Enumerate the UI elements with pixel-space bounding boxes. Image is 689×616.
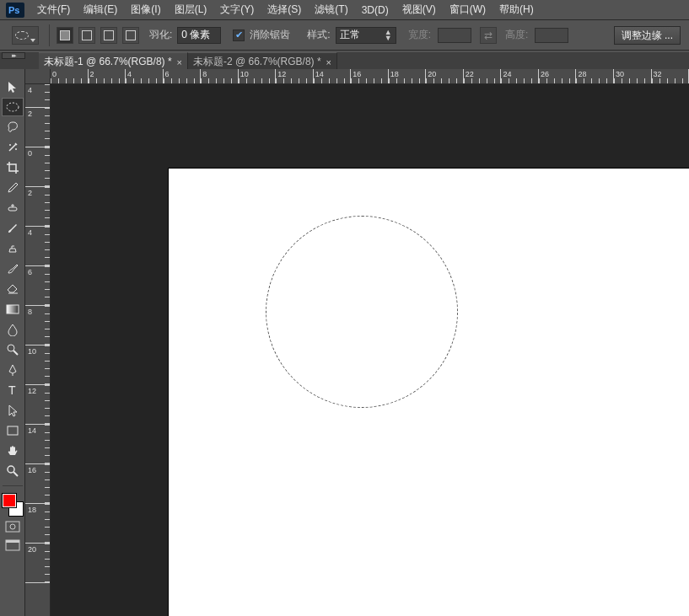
svg-point-4 <box>15 148 17 150</box>
vertical-ruler[interactable]: 4 2 0 2 4 6 8 10 12 14 16 18 20 <box>25 84 51 616</box>
svg-rect-14 <box>6 540 19 543</box>
menu-bar: Ps 文件(F) 编辑(E) 图像(I) 图层(L) 文字(Y) 选择(S) 滤… <box>0 0 689 20</box>
style-value: 正常 <box>340 28 360 42</box>
swap-icon: ⇄ <box>484 29 493 41</box>
svg-rect-11 <box>6 522 19 532</box>
menu-filter[interactable]: 滤镜(T) <box>308 0 354 19</box>
ellipse-marquee-icon <box>15 31 29 40</box>
tool-preset-picker[interactable] <box>12 26 39 45</box>
pen-tool[interactable] <box>2 361 24 379</box>
selection-intersect-button[interactable] <box>122 27 139 44</box>
selection-add-button[interactable] <box>78 27 95 44</box>
feather-label: 羽化: <box>149 28 172 42</box>
selection-new-button[interactable] <box>57 27 73 44</box>
swap-dimensions-button: ⇄ <box>480 27 497 44</box>
options-bar: 羽化: ✔ 消除锯齿 样式: 正常 ▲▼ 宽度: ⇄ 高度: 调整边缘 ... <box>0 20 689 51</box>
work-area: T 0 2 4 6 8 10 12 14 16 18 20 22 24 <box>0 69 689 616</box>
blur-tool[interactable] <box>2 320 24 339</box>
height-input <box>535 28 568 43</box>
type-tool[interactable]: T <box>2 381 24 399</box>
path-selection-tool[interactable] <box>2 401 24 420</box>
check-icon: ✔ <box>235 30 243 40</box>
history-brush-tool[interactable] <box>2 260 24 278</box>
menu-layer[interactable]: 图层(L) <box>168 0 214 19</box>
gradient-tool[interactable] <box>2 300 24 319</box>
tab-doc-2[interactable]: 未标题-2 @ 66.7%(RGB/8) * × <box>188 52 337 71</box>
screen-mode-button[interactable] <box>2 537 24 554</box>
svg-point-3 <box>9 144 11 146</box>
move-tool[interactable] <box>2 78 24 96</box>
svg-point-12 <box>10 524 15 529</box>
toolbox: T <box>0 69 25 616</box>
quick-mask-toggle[interactable] <box>2 518 24 535</box>
selection-subtract-button[interactable] <box>100 27 117 44</box>
rectangle-tool[interactable] <box>2 421 24 440</box>
style-label: 样式: <box>307 28 330 42</box>
svg-point-7 <box>8 345 14 351</box>
antialias-label: 消除锯齿 <box>250 28 290 42</box>
svg-rect-9 <box>8 426 18 435</box>
refine-edge-button[interactable]: 调整边缘 ... <box>614 26 681 45</box>
canvas[interactable] <box>169 169 689 616</box>
ruler-origin[interactable] <box>25 69 51 84</box>
menu-view[interactable]: 视图(V) <box>396 0 443 19</box>
foreground-color-swatch[interactable] <box>2 493 17 508</box>
separator <box>49 24 50 46</box>
double-chevron-icon: ▸▸ <box>12 52 15 59</box>
chevron-down-icon <box>30 39 35 42</box>
menu-file[interactable]: 文件(F) <box>30 0 77 19</box>
elliptical-selection <box>266 216 458 408</box>
svg-rect-5 <box>8 207 17 211</box>
width-label: 宽度: <box>408 28 431 42</box>
clone-stamp-tool[interactable] <box>2 239 24 258</box>
menu-3d[interactable]: 3D(D) <box>355 2 396 19</box>
width-input <box>438 28 471 43</box>
separator <box>3 485 23 486</box>
color-swatches[interactable] <box>2 493 24 517</box>
close-icon[interactable]: × <box>177 57 182 67</box>
svg-text:Ps: Ps <box>8 5 19 15</box>
menu-image[interactable]: 图像(I) <box>124 0 167 19</box>
svg-point-10 <box>8 466 14 473</box>
svg-rect-6 <box>7 305 19 313</box>
antialias-checkbox[interactable]: ✔ <box>233 29 245 41</box>
menu-select[interactable]: 选择(S) <box>261 0 308 19</box>
dodge-tool[interactable] <box>2 340 24 359</box>
menu-help[interactable]: 帮助(H) <box>493 0 541 19</box>
canvas-viewport[interactable] <box>51 84 689 616</box>
eraser-tool[interactable] <box>2 280 24 298</box>
ps-logo: Ps <box>5 3 25 18</box>
crop-tool[interactable] <box>2 158 24 177</box>
height-label: 高度: <box>505 28 528 42</box>
eyedropper-tool[interactable] <box>2 179 24 197</box>
style-select[interactable]: 正常 ▲▼ <box>336 27 396 44</box>
select-arrows-icon: ▲▼ <box>385 29 392 41</box>
menu-window[interactable]: 窗口(W) <box>443 0 493 19</box>
document-area: 0 2 4 6 8 10 12 14 16 18 20 22 24 26 28 … <box>25 69 689 616</box>
feather-input[interactable] <box>177 27 221 44</box>
hand-tool[interactable] <box>2 442 24 460</box>
tab-label: 未标题-2 @ 66.7%(RGB/8) * <box>193 55 321 69</box>
zoom-tool[interactable] <box>2 462 24 480</box>
tab-label: 未标题-1 @ 66.7%(RGB/8) * <box>44 55 172 69</box>
elliptical-marquee-tool[interactable] <box>2 98 24 116</box>
svg-point-2 <box>7 103 19 111</box>
close-icon[interactable]: × <box>326 57 331 67</box>
healing-brush-tool[interactable] <box>2 199 24 217</box>
menu-type[interactable]: 文字(Y) <box>213 0 261 19</box>
document-tabstrip: 未标题-1 @ 66.7%(RGB/8) * × 未标题-2 @ 66.7%(R… <box>0 52 689 71</box>
tab-doc-1[interactable]: 未标题-1 @ 66.7%(RGB/8) * × <box>39 52 188 71</box>
magic-wand-tool[interactable] <box>2 138 24 157</box>
menu-edit[interactable]: 编辑(E) <box>77 0 124 19</box>
lasso-tool[interactable] <box>2 118 24 137</box>
brush-tool[interactable] <box>2 219 24 238</box>
svg-text:T: T <box>8 383 16 397</box>
horizontal-ruler[interactable]: 0 2 4 6 8 10 12 14 16 18 20 22 24 26 28 … <box>51 69 689 84</box>
